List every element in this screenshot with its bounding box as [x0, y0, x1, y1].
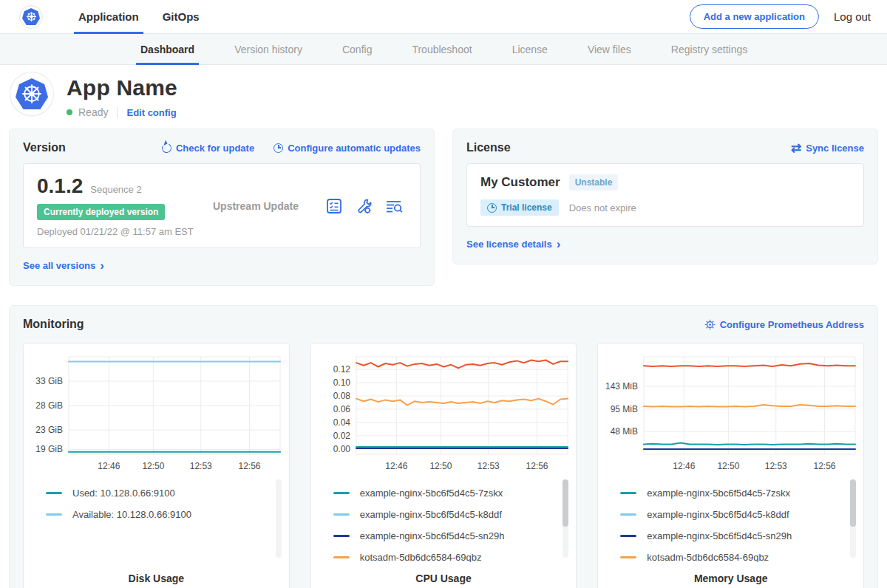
- schedule-clock-icon: [273, 143, 283, 153]
- subnav-troubleshoot[interactable]: Troubleshoot: [398, 34, 485, 64]
- sync-arrows-icon: ⇄: [791, 142, 801, 154]
- legend-color-dash: [46, 492, 62, 494]
- checklist-icon[interactable]: [325, 197, 343, 215]
- svg-text:48 MiB: 48 MiB: [610, 426, 637, 437]
- legend-color-dash: [333, 535, 350, 537]
- svg-text:33 GiB: 33 GiB: [36, 376, 64, 386]
- sync-license-link[interactable]: ⇄ Sync license: [791, 142, 864, 154]
- currently-deployed-badge: Currently deployed version: [37, 204, 165, 220]
- svg-text:12:53: 12:53: [190, 461, 212, 471]
- chart-title: CPU Usage: [311, 562, 577, 588]
- legend-color-dash: [46, 513, 62, 516]
- trial-clock-icon: [487, 203, 497, 213]
- legend-color-dash: [333, 492, 350, 494]
- svg-text:0.10: 0.10: [333, 377, 351, 388]
- subnav-version-history[interactable]: Version history: [221, 34, 316, 64]
- license-type-badge: Trial license: [480, 199, 559, 216]
- legend-scrollbar-track: [563, 479, 568, 558]
- svg-text:0.00: 0.00: [333, 444, 351, 454]
- version-number: 0.1.2: [37, 174, 83, 198]
- tab-application[interactable]: Application: [67, 0, 151, 33]
- upstream-update-label: Upstream Update: [205, 200, 325, 212]
- legend-scrollbar-thumb[interactable]: [850, 479, 856, 527]
- chart-title: Memory Usage: [598, 562, 863, 588]
- cpu-usage-chart-card: 0.000.020.040.060.080.100.1212:4612:5012…: [310, 343, 577, 588]
- subnav-dashboard[interactable]: Dashboard: [127, 34, 208, 64]
- subnav-registry-settings[interactable]: Registry settings: [658, 34, 761, 64]
- svg-text:143 MiB: 143 MiB: [605, 381, 638, 392]
- subnav-config[interactable]: Config: [329, 34, 385, 64]
- legend-item: example-nginx-5bc6f5d4c5-k8ddf: [620, 504, 844, 525]
- kubernetes-logo-icon: [19, 5, 43, 29]
- legend-scrollbar-thumb[interactable]: [563, 479, 568, 527]
- version-card-title: Version: [23, 141, 66, 154]
- status-dot: [67, 109, 72, 115]
- svg-text:12:46: 12:46: [673, 461, 695, 471]
- license-card: License ⇄ Sync license My Customer Unsta…: [452, 129, 878, 264]
- legend-item: example-nginx-5bc6f5d4c5-sn29h: [620, 525, 844, 547]
- cpu-usage-legend: example-nginx-5bc6f5d4c5-7zskxexample-ng…: [311, 475, 577, 562]
- svg-text:12:56: 12:56: [813, 461, 835, 471]
- svg-text:0.06: 0.06: [333, 404, 351, 414]
- subnav-license[interactable]: License: [499, 34, 561, 64]
- helm-wheel-icon: [21, 83, 43, 105]
- edit-config-link[interactable]: Edit config: [126, 107, 176, 118]
- legend-item: Used: 10.128.0.66:9100: [46, 482, 270, 504]
- disk-usage-chart-card: 19 GiB23 GiB28 GiB33 GiB12:4612:5012:531…: [23, 343, 290, 588]
- version-sequence: Sequence 2: [90, 184, 141, 195]
- svg-text:12:56: 12:56: [239, 461, 261, 471]
- legend-item: kotsadm-5db6dc6584-69qbz: [333, 547, 557, 562]
- configure-prometheus-link[interactable]: Configure Prometheus Address: [704, 319, 864, 330]
- legend-color-dash: [620, 535, 636, 537]
- log-search-icon[interactable]: [384, 197, 404, 215]
- legend-item: example-nginx-5bc6f5d4c5-7zskx: [620, 482, 844, 504]
- svg-text:23 GiB: 23 GiB: [36, 425, 64, 435]
- memory-usage-legend: example-nginx-5bc6f5d4c5-7zskxexample-ng…: [598, 475, 863, 562]
- app-logo-icon: [10, 72, 53, 115]
- legend-item: example-nginx-5bc6f5d4c5-sn29h: [333, 525, 557, 547]
- logout-link[interactable]: Log out: [834, 10, 871, 23]
- svg-text:12:50: 12:50: [429, 461, 452, 471]
- check-for-update-link[interactable]: Check for update: [162, 143, 254, 154]
- memory-usage-chart-card: 48 MiB95 MiB143 MiB12:4612:5012:5312:56 …: [597, 343, 864, 588]
- svg-text:12:50: 12:50: [717, 461, 739, 471]
- svg-text:28 GiB: 28 GiB: [36, 400, 64, 411]
- wrench-gear-icon[interactable]: [355, 197, 373, 215]
- see-all-versions-link[interactable]: See all versions ›: [23, 259, 104, 272]
- top-nav-tabs: Application GitOps: [67, 0, 211, 33]
- legend-scrollbar-track: [850, 479, 856, 558]
- chevron-right-icon: ›: [557, 238, 561, 250]
- tab-gitops[interactable]: GitOps: [151, 0, 211, 33]
- disk-usage-legend: Used: 10.128.0.66:9100Available: 10.128.…: [24, 475, 289, 562]
- configure-automatic-updates-link[interactable]: Configure automatic updates: [273, 143, 421, 154]
- chart-title: Disk Usage: [24, 562, 289, 588]
- svg-text:12:56: 12:56: [526, 461, 548, 471]
- top-nav: Application GitOps Add a new application…: [0, 0, 887, 34]
- see-license-details-link[interactable]: See license details ›: [466, 238, 560, 250]
- subnav-view-files[interactable]: View files: [574, 34, 645, 64]
- license-card-title: License: [466, 141, 511, 154]
- legend-color-dash: [333, 556, 350, 558]
- app-header: App Name Ready Edit config: [0, 65, 887, 118]
- legend-item: example-nginx-5bc6f5d4c5-7zskx: [333, 482, 557, 504]
- legend-color-dash: [620, 556, 636, 558]
- app-sub-nav: Dashboard Version history Config Trouble…: [0, 34, 887, 65]
- svg-text:95 MiB: 95 MiB: [610, 404, 637, 414]
- channel-badge: Unstable: [569, 174, 619, 191]
- svg-text:0.12: 0.12: [333, 364, 351, 375]
- add-new-application-button[interactable]: Add a new application: [690, 4, 819, 29]
- helm-wheel-icon: [26, 11, 37, 22]
- customer-name: My Customer: [480, 175, 560, 190]
- svg-text:12:53: 12:53: [764, 461, 786, 471]
- deployed-timestamp: Deployed 01/21/22 @ 11:57 am EST: [37, 226, 205, 237]
- svg-text:12:50: 12:50: [143, 461, 165, 471]
- disk-usage-chart: 19 GiB23 GiB28 GiB33 GiB12:4612:5012:531…: [26, 349, 286, 475]
- svg-text:19 GiB: 19 GiB: [36, 444, 64, 454]
- divider: [117, 107, 118, 118]
- gear-icon: [704, 319, 716, 330]
- status-badge: Ready: [78, 106, 108, 118]
- svg-text:0.02: 0.02: [333, 431, 351, 441]
- monitoring-title: Monitoring: [23, 318, 84, 331]
- legend-item: example-nginx-5bc6f5d4c5-k8ddf: [333, 504, 557, 525]
- license-expiry: Does not expire: [569, 202, 636, 213]
